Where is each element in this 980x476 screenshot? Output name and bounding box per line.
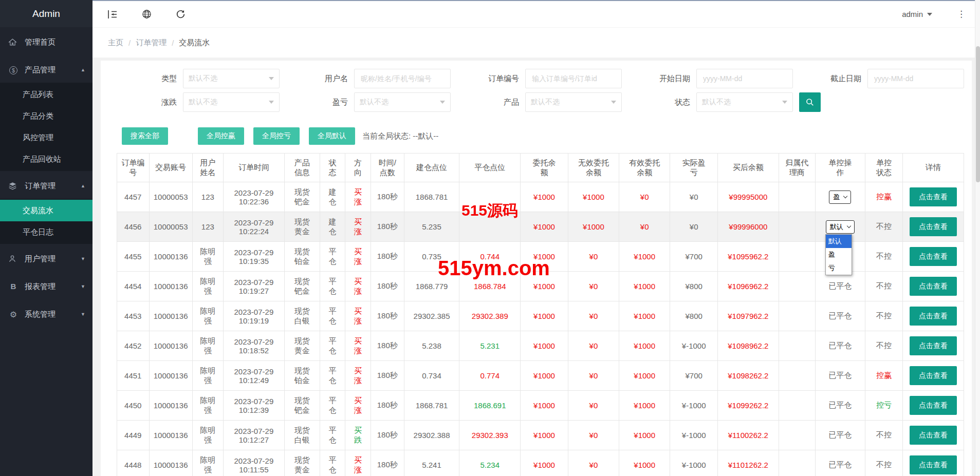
cell-invalid: ¥1000 — [568, 182, 619, 212]
dropdown-option[interactable]: 亏 — [826, 261, 852, 275]
chevron-down-icon — [269, 77, 274, 80]
user-menu[interactable]: admin — [902, 10, 932, 18]
chevron-down-icon — [847, 224, 851, 228]
filter-field-start-date: 开始日期 — [622, 69, 793, 88]
cell-id: 4450 — [117, 391, 150, 421]
detail-button[interactable]: 点击查看 — [910, 455, 957, 474]
detail-button[interactable]: 点击查看 — [910, 396, 957, 415]
cell-id: 4451 — [117, 361, 150, 391]
search-button[interactable] — [799, 92, 821, 112]
cell-profit: ¥700 — [670, 361, 718, 391]
cell-id: 4448 — [117, 450, 150, 476]
cell-after: ¥1100262.2 — [718, 421, 779, 450]
sidebar-item-order[interactable]: 订单管理▲ — [0, 173, 93, 199]
filter-label-username: 用户名 — [280, 74, 354, 84]
sidebar-item-report[interactable]: B报表管理▼ — [0, 274, 93, 299]
profitloss-select[interactable]: 默认不选 — [354, 92, 451, 112]
more-menu-icon[interactable]: ⋮ — [957, 9, 966, 20]
cell-ctrl: 不控 — [865, 301, 902, 331]
type-select[interactable]: 默认不选 — [183, 69, 280, 88]
cell-ctrl: 不控 — [865, 450, 902, 476]
globe-icon[interactable] — [141, 9, 152, 20]
detail-button[interactable]: 点击查看 — [910, 426, 957, 445]
column-header: 用户 姓名 — [192, 154, 223, 182]
layers-icon — [8, 182, 19, 190]
sidebar-item-trade-flow[interactable]: 交易流水 — [0, 200, 93, 221]
cell-invalid: ¥0 — [568, 242, 619, 272]
product-select[interactable]: 默认不选 — [525, 92, 622, 112]
panel-card: 类型默认不选用户名订单编号开始日期截止日期涨跌默认不选盈亏默认不选产品默认不选状… — [101, 61, 972, 476]
cell-id: 4452 — [117, 331, 150, 361]
cell-detail: 点击查看 — [903, 361, 964, 391]
username-input[interactable] — [360, 74, 445, 83]
cell-ctrl: 不控 — [865, 421, 902, 450]
end-date-input[interactable] — [873, 74, 958, 83]
breadcrumb-link[interactable]: 订单管理 — [136, 38, 167, 48]
orders-table: 订单编 号交易账号用户 姓名订单时间产品 信息状 态方 向时间/ 点数建仓点位平… — [117, 153, 964, 476]
dropdown-option[interactable]: 盈 — [826, 248, 852, 261]
detail-button[interactable]: 点击查看 — [910, 187, 957, 206]
control-select[interactable]: 默认 — [826, 220, 855, 234]
cell-close — [459, 212, 521, 242]
detail-button[interactable]: 点击查看 — [910, 336, 957, 355]
cell-account: 10000053 — [149, 182, 192, 212]
cell-agent — [779, 212, 815, 242]
sidebar-item-close-log[interactable]: 平仓日志 — [0, 221, 93, 243]
cell-after: ¥1098962.2 — [718, 331, 779, 361]
submenu-order: 交易流水平仓日志 — [0, 199, 93, 244]
cell-profit: ¥0 — [670, 182, 718, 212]
cell-name: 陈明 强 — [192, 242, 223, 272]
sidebar-item-product-category[interactable]: 产品分类 — [0, 105, 93, 127]
dropdown-option[interactable]: 默认 — [826, 235, 852, 248]
sidebar-toggle-icon[interactable] — [107, 9, 118, 20]
sidebar-item-risk-manage[interactable]: 风控管理 — [0, 127, 93, 148]
cell-dir: 买 涨 — [345, 450, 371, 476]
cell-after: ¥1096962.2 — [718, 272, 779, 301]
order-no-input[interactable] — [531, 74, 616, 83]
end-date-input-wrap — [867, 69, 964, 88]
status-select[interactable]: 默认不选 — [696, 92, 793, 112]
column-header: 实际盈 亏 — [670, 154, 718, 182]
table-row: 4457100000531232023-07-29 10:22:36现货 钯金建… — [117, 182, 964, 212]
detail-button[interactable]: 点击查看 — [910, 247, 957, 266]
cell-state: 平 仓 — [320, 391, 345, 421]
topbar-right: admin ⋮ — [902, 9, 966, 20]
detail-button[interactable]: 点击查看 — [910, 217, 957, 236]
global-lose-button[interactable]: 全局控亏 — [253, 127, 300, 145]
detail-button[interactable]: 点击查看 — [910, 366, 957, 385]
cell-account: 10000136 — [149, 450, 192, 476]
filter-label-type: 类型 — [108, 74, 183, 84]
cell-valid: ¥1000 — [619, 361, 670, 391]
detail-button[interactable]: 点击查看 — [910, 307, 957, 326]
cell-dir: 买 涨 — [345, 331, 371, 361]
sidebar-item-user[interactable]: 用户管理▼ — [0, 246, 93, 272]
select-placeholder: 默认不选 — [531, 98, 560, 107]
search-all-button[interactable]: 搜索全部 — [122, 127, 168, 145]
sidebar-item-product[interactable]: $产品管理▲ — [0, 57, 93, 83]
cell-product: 现货 钯金 — [284, 182, 320, 212]
filter-field-updown: 涨跌默认不选 — [108, 92, 280, 112]
cell-profit: ¥700 — [670, 242, 718, 272]
vertical-scrollbar[interactable] — [975, 0, 980, 476]
control-select[interactable]: 盈 — [829, 191, 851, 204]
cell-account: 10000136 — [149, 391, 192, 421]
cell-product: 现货 黄金 — [284, 450, 320, 476]
order-no-input-wrap — [525, 69, 622, 88]
column-header: 归属代 理商 — [779, 154, 815, 182]
updown-select[interactable]: 默认不选 — [183, 92, 280, 112]
cell-after: ¥1095962.2 — [718, 242, 779, 272]
start-date-input[interactable] — [702, 74, 787, 83]
breadcrumb-link[interactable]: 主页 — [108, 38, 123, 48]
sidebar-item-product-recycle[interactable]: 产品回收站 — [0, 148, 93, 170]
global-win-button[interactable]: 全局控赢 — [198, 127, 244, 145]
sidebar-item-system[interactable]: ⚙系统管理▼ — [0, 301, 93, 327]
refresh-icon[interactable] — [175, 9, 186, 20]
cell-close: 0.744 — [459, 242, 521, 272]
sidebar-item-product-list[interactable]: 产品列表 — [0, 84, 93, 105]
global-default-button[interactable]: 全局默认 — [309, 127, 355, 145]
cell-open: 5.241 — [404, 450, 459, 476]
sidebar-item-home[interactable]: 管理首页 — [0, 29, 93, 55]
scrollbar-thumb[interactable] — [976, 46, 980, 182]
cell-entrust: ¥1000 — [521, 331, 568, 361]
detail-button[interactable]: 点击查看 — [910, 277, 957, 296]
